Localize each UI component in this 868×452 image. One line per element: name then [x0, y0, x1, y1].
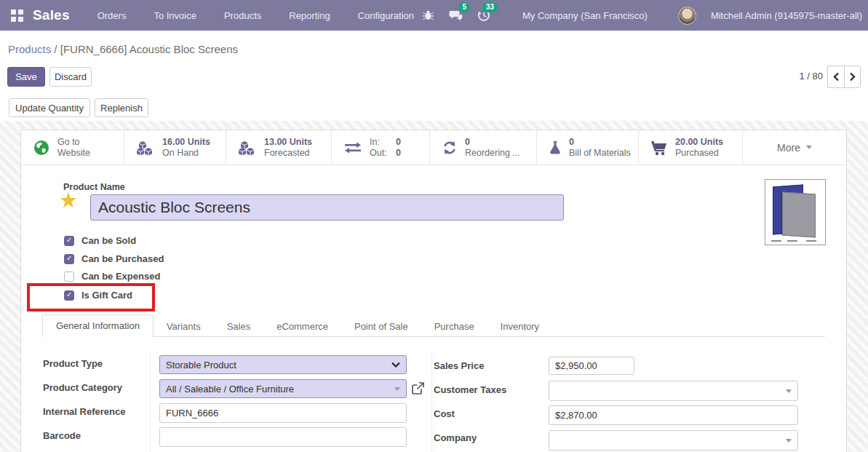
tab-purchase[interactable]: Purchase [421, 316, 487, 337]
chevron-right-icon [849, 72, 856, 82]
internal-reference-label: Internal Reference [43, 406, 125, 417]
chevron-down-icon [806, 146, 812, 149]
navbar-right: 5 33 My Company (San Francisco) Mitchell… [419, 7, 868, 25]
checkbox-label: Can be Sold [81, 235, 136, 246]
stat-out-value: 0 [396, 148, 401, 159]
app-name[interactable]: Sales [33, 7, 70, 23]
tab-sales[interactable]: Sales [214, 316, 264, 337]
activities-clock-icon[interactable]: 33 [474, 7, 493, 23]
menu-reporting[interactable]: Reporting [289, 10, 330, 21]
caret-down-icon [786, 389, 792, 393]
customer-taxes-label: Customer Taxes [434, 384, 506, 395]
pager-next-button[interactable] [844, 66, 861, 88]
messages-badge: 5 [458, 2, 470, 12]
pager-previous-button[interactable] [827, 66, 844, 88]
breadcrumb-products-link[interactable]: Products [8, 43, 51, 55]
user-menu[interactable]: Mitchell Admin (9145975-master-all) [711, 10, 862, 21]
sales-price-input[interactable] [549, 357, 634, 375]
in-out-stat-button[interactable]: In:0 Out:0 [332, 130, 430, 164]
barcode-input[interactable] [159, 427, 407, 447]
stat-value: 0 [465, 137, 520, 148]
company-select[interactable] [549, 430, 798, 451]
internal-reference-input[interactable] [159, 403, 407, 423]
replenish-button[interactable]: Replenish [95, 98, 148, 117]
checkbox-checked-icon[interactable] [64, 236, 74, 246]
stat-value: 20.00 Units [675, 137, 723, 148]
company-label: Company [434, 432, 477, 443]
product-type-select[interactable]: Storable Product [159, 355, 407, 374]
menu-orders[interactable]: Orders [97, 10, 127, 21]
checkbox-unchecked-icon[interactable] [64, 271, 74, 282]
form-content-area: Go toWebsite 16.00 UnitsOn Hand 13.00 Un… [0, 121, 868, 452]
purchased-stat-button[interactable]: 20.00 UnitsPurchased [639, 130, 743, 164]
bill-of-materials-stat-button[interactable]: 0Bill of Materials [537, 130, 639, 164]
menu-to-invoice[interactable]: To Invoice [154, 10, 196, 21]
discard-button[interactable]: Discard [49, 67, 92, 87]
menu-configuration[interactable]: Configuration [358, 10, 414, 21]
product-category-label: Product Category [43, 382, 122, 393]
debug-bug-icon[interactable] [419, 7, 438, 23]
top-navbar: Sales Orders To Invoice Products Reporti… [0, 0, 868, 31]
checkbox-label: Can be Purchased [81, 253, 164, 264]
breadcrumb-separator: / [51, 43, 60, 55]
stat-label: Forecasted [264, 148, 312, 159]
chevron-left-icon [833, 72, 840, 82]
product-name-input[interactable] [90, 194, 564, 221]
barcode-label: Barcode [43, 430, 81, 441]
tab-inventory[interactable]: Inventory [487, 316, 552, 337]
cubes-icon [238, 140, 257, 156]
stat-value: 16.00 Units [162, 137, 210, 148]
more-dropdown-button[interactable]: More [743, 130, 846, 164]
on-hand-stat-button[interactable]: 16.00 UnitsOn Hand [124, 130, 226, 164]
product-form-sheet: Go toWebsite 16.00 UnitsOn Hand 13.00 Un… [20, 130, 847, 452]
checkbox-label: Can be Expensed [81, 271, 160, 282]
external-link-icon[interactable] [411, 381, 425, 395]
globe-icon [33, 139, 50, 156]
checkbox-checked-icon[interactable] [64, 254, 74, 264]
stat-in-label: In: [370, 137, 390, 148]
caret-down-icon [786, 439, 792, 443]
caret-down-icon [394, 387, 400, 391]
update-quantity-button[interactable]: Update Quantity [9, 98, 90, 117]
favorite-star-icon[interactable]: ★ [59, 189, 78, 212]
cubes-icon [136, 140, 155, 156]
flask-icon [549, 140, 562, 156]
apps-grid-icon[interactable] [11, 9, 23, 22]
refresh-icon [442, 140, 458, 156]
customer-taxes-select[interactable] [549, 381, 798, 401]
gray-screen-panel [782, 191, 816, 237]
product-category-select[interactable]: All / Saleable / Office Furniture [159, 379, 407, 398]
reordering-rules-stat-button[interactable]: 0Reordering ... [430, 130, 537, 164]
can-be-sold-checkbox-row[interactable]: Can be Sold [64, 235, 136, 246]
cost-label: Cost [434, 408, 455, 419]
user-avatar[interactable] [678, 7, 696, 25]
tab-general-information[interactable]: General Information [42, 314, 154, 337]
group-divider [431, 352, 432, 452]
tab-point-of-sale[interactable]: Point of Sale [341, 316, 421, 337]
go-to-website-button[interactable]: Go toWebsite [21, 130, 124, 164]
can-be-purchased-checkbox-row[interactable]: Can be Purchased [64, 253, 164, 264]
product-category-value: All / Saleable / Office Furniture [166, 384, 394, 394]
breadcrumb: Products / [FURN_6666] Acoustic Bloc Scr… [8, 43, 238, 55]
red-annotation-box [27, 283, 155, 312]
pager [827, 66, 861, 88]
control-panel: Products / [FURN_6666] Acoustic Bloc Scr… [0, 31, 868, 121]
breadcrumb-current: [FURN_6666] Acoustic Bloc Screens [60, 43, 238, 55]
save-button[interactable]: Save [7, 67, 45, 87]
stat-value: 0 [569, 137, 631, 148]
product-image[interactable] [765, 179, 826, 245]
stat-out-label: Out: [370, 148, 390, 159]
tab-ecommerce[interactable]: eCommerce [263, 316, 341, 337]
group-divider [150, 352, 151, 452]
tab-variants[interactable]: Variants [154, 316, 214, 337]
can-be-expensed-checkbox-row[interactable]: Can be Expensed [64, 271, 160, 282]
forecasted-stat-button[interactable]: 13.00 UnitsForecasted [226, 130, 332, 164]
company-switcher[interactable]: My Company (San Francisco) [522, 10, 648, 21]
sales-product-form-screen: Sales Orders To Invoice Products Reporti… [0, 0, 868, 452]
menu-products[interactable]: Products [224, 10, 261, 21]
cost-input[interactable] [549, 405, 798, 425]
chevron-down-icon [391, 362, 400, 368]
more-label: More [777, 142, 800, 154]
messages-icon[interactable]: 5 [447, 7, 466, 23]
product-type-label: Product Type [43, 358, 103, 369]
